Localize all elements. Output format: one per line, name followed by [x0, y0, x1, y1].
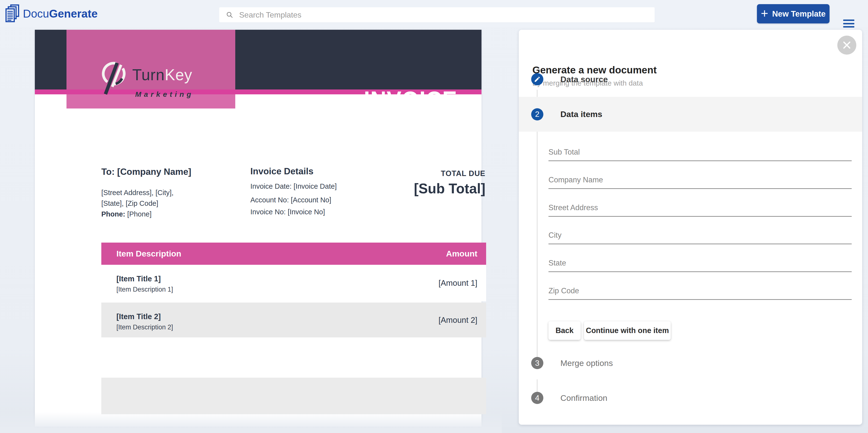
turnkey-logo-icon [99, 59, 128, 95]
search-input[interactable] [239, 10, 655, 20]
invoice-detail-account: Account No: [Account No] [250, 196, 331, 204]
app-root: DocuGenerate + New Template [0, 0, 868, 433]
invoice-total-due-label: TOTAL DUE [339, 169, 486, 178]
invoice-details-heading: Invoice Details [250, 166, 313, 176]
continue-button[interactable]: Continue with one item [584, 321, 671, 340]
item-description: [Item Description 1] [116, 286, 173, 293]
brand-name: DocuGenerate [23, 7, 98, 20]
back-button[interactable]: Back [549, 321, 581, 340]
step-label: Merge options [560, 358, 613, 368]
step3-circle: 3 [531, 357, 544, 369]
zip-code-input[interactable] [549, 285, 852, 300]
template-search [219, 7, 655, 23]
field-company-name [549, 174, 852, 189]
field-city [549, 229, 852, 244]
invoice-table-row: [Item Title 1] [Item Description 1] [Amo… [101, 265, 486, 301]
turnkey-logo-name: TurnKey [132, 66, 192, 84]
item-amount: [Amount 1] [438, 265, 477, 301]
item-title: [Item Title 2] [116, 312, 161, 321]
invoice-template-preview: TurnKey Marketing INVOICE To: [Company N… [35, 30, 482, 427]
invoice-phone-line: Phone: [Phone] [101, 210, 152, 218]
new-template-label: New Template [772, 9, 826, 19]
plus-icon: + [761, 7, 768, 20]
invoice-total-due-value: [Sub Total] [315, 180, 486, 197]
step-label: Data source [560, 75, 608, 84]
menu-icon[interactable] [843, 20, 855, 28]
close-button[interactable] [837, 36, 856, 55]
invoice-col-item-description: Item Description [116, 249, 446, 258]
step4-circle: 4 [531, 392, 544, 404]
item-amount: [Amount 2] [438, 302, 477, 338]
company-name-input[interactable] [549, 174, 852, 189]
step1-circle [531, 73, 544, 85]
document-stack-icon [5, 4, 20, 23]
field-sub-total [549, 146, 852, 161]
field-state [549, 257, 852, 272]
step-merge-options[interactable]: 3 Merge options [519, 351, 862, 375]
step-data-items[interactable]: 2 Data items [519, 97, 862, 132]
invoice-address-line2: [State], [Zip Code] [101, 199, 158, 207]
city-input[interactable] [549, 229, 852, 244]
invoice-title: INVOICE [251, 88, 457, 112]
new-template-button[interactable]: + New Template [757, 4, 830, 23]
step-data-source[interactable]: Data source [519, 67, 862, 91]
state-input[interactable] [549, 257, 852, 272]
top-navbar: DocuGenerate + New Template [0, 0, 868, 27]
invoice-table-row: [Item Title 2] [Item Description 2] [Amo… [101, 302, 486, 338]
street-address-input[interactable] [549, 202, 852, 217]
invoice-to-heading: To: [Company Name] [101, 167, 191, 177]
step-confirmation[interactable]: 4 Confirmation [519, 386, 862, 410]
item-description: [Item Description 2] [116, 323, 173, 331]
search-icon [226, 11, 233, 19]
invoice-col-amount: Amount [446, 249, 477, 258]
pencil-icon [534, 76, 541, 83]
sub-total-input[interactable] [549, 146, 852, 161]
item-title: [Item Title 1] [116, 275, 161, 283]
invoice-table-header: Item Description Amount [101, 242, 486, 265]
close-icon [842, 41, 851, 50]
step-label: Data items [560, 110, 602, 119]
brand-logo[interactable]: DocuGenerate [5, 0, 98, 27]
field-zip-code [549, 285, 852, 300]
turnkey-logo-subtitle: Marketing [135, 90, 194, 98]
step-connector [537, 123, 537, 362]
field-street-address [549, 202, 852, 217]
invoice-detail-number: Invoice No: [Invoice No] [250, 208, 325, 216]
invoice-address-line1: [Street Address], [City], [101, 189, 174, 197]
step2-circle: 2 [531, 108, 544, 120]
invoice-empty-block [101, 378, 486, 414]
generate-document-panel: Generate a new document By merging the t… [519, 30, 862, 425]
step-label: Confirmation [560, 393, 608, 403]
